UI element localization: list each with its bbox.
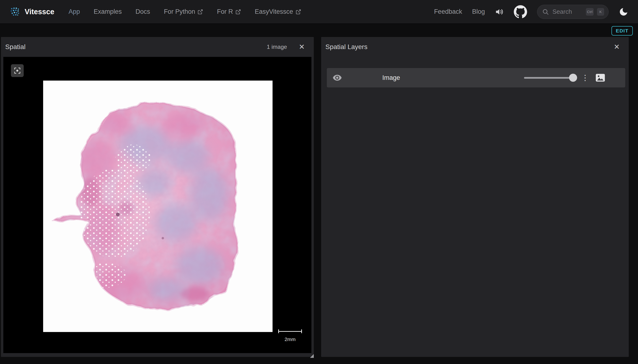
- nav-link-examples[interactable]: Examples: [94, 8, 122, 16]
- search-input[interactable]: [552, 8, 582, 16]
- speaker-icon: [495, 7, 504, 16]
- vitessce-logo: [10, 6, 20, 17]
- brand-title: Vitessce: [25, 8, 54, 16]
- audio-announce-button[interactable]: [495, 7, 504, 16]
- brand[interactable]: Vitessce: [10, 6, 54, 17]
- nav-link-for-r[interactable]: For R: [217, 8, 241, 16]
- edit-strip: EDIT: [0, 24, 638, 37]
- layer-visibility-toggle[interactable]: [332, 73, 342, 82]
- kbd-ctrl: Ctrl: [586, 8, 594, 16]
- top-navbar: Vitessce App Examples Docs For Python Fo…: [0, 0, 638, 24]
- github-icon: [514, 5, 527, 18]
- tissue-graphic: [43, 80, 272, 332]
- spatial-panel-title: Spatial: [5, 43, 26, 51]
- nav-link-docs[interactable]: Docs: [136, 8, 150, 16]
- scale-bar: 2mm: [278, 330, 302, 342]
- nav-link-for-python[interactable]: For Python: [164, 8, 203, 16]
- layers-panel-title: Spatial Layers: [326, 43, 367, 51]
- nav-link-easyvitessce[interactable]: EasyVitessce: [255, 8, 301, 16]
- layer-name: Image: [382, 74, 400, 82]
- scale-bar-label: 2mm: [278, 336, 302, 342]
- external-link-icon: [235, 9, 241, 15]
- moon-icon: [618, 7, 628, 17]
- nav-link-feedback[interactable]: Feedback: [434, 8, 462, 16]
- layer-row: Image ⋮: [327, 68, 625, 88]
- navbar-right: Feedback Blog Ctrl K: [434, 5, 628, 19]
- spatial-layers-panel: Spatial Layers ✕ Image ⋮: [321, 37, 629, 357]
- opacity-slider[interactable]: [524, 74, 577, 82]
- spatial-panel: Spatial 1 image ✕: [1, 37, 314, 357]
- github-link[interactable]: [514, 5, 527, 18]
- external-link-icon: [198, 9, 203, 15]
- photo-icon: [595, 73, 606, 82]
- image-count-label: 1 image: [266, 44, 287, 50]
- search-icon: [542, 8, 549, 16]
- search-box[interactable]: Ctrl K: [537, 5, 608, 19]
- recenter-icon: [13, 66, 21, 75]
- layer-options-menu[interactable]: ⋮: [580, 68, 590, 88]
- main-nav: App Examples Docs For Python For R EasyV…: [68, 8, 301, 16]
- kbd-k: K: [597, 8, 604, 16]
- spatial-canvas[interactable]: 2mm: [3, 57, 312, 353]
- layers-panel-header: Spatial Layers ✕: [321, 37, 629, 57]
- scale-bar-line: [278, 330, 302, 333]
- close-icon[interactable]: ✕: [298, 43, 306, 50]
- panel-resize-handle[interactable]: [310, 354, 314, 358]
- spatial-panel-header: Spatial 1 image ✕: [1, 37, 314, 57]
- recenter-button[interactable]: [11, 64, 24, 77]
- layer-image-settings-button[interactable]: [594, 72, 607, 84]
- close-icon[interactable]: ✕: [612, 43, 621, 50]
- dark-mode-toggle[interactable]: [618, 7, 628, 17]
- nav-link-app[interactable]: App: [68, 8, 80, 16]
- edit-button[interactable]: EDIT: [612, 26, 633, 36]
- eye-icon: [332, 73, 342, 82]
- external-link-icon: [296, 9, 301, 15]
- histology-image[interactable]: [43, 80, 272, 332]
- opacity-slider-thumb[interactable]: [569, 74, 577, 82]
- nav-link-blog[interactable]: Blog: [472, 8, 485, 16]
